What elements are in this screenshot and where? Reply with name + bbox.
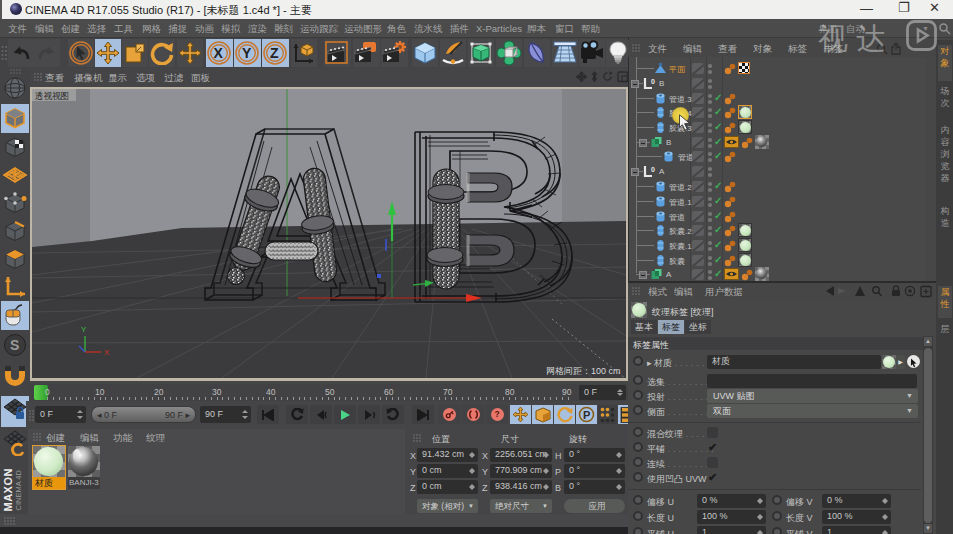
svg-text:Z: Z xyxy=(270,45,279,61)
svg-text:0: 0 xyxy=(651,166,655,173)
svg-text:Y: Y xyxy=(81,325,87,334)
svg-text:X: X xyxy=(214,45,224,61)
svg-text:?: ? xyxy=(494,409,499,419)
svg-text:X: X xyxy=(104,348,110,357)
svg-text:0: 0 xyxy=(651,78,655,85)
svg-text:P: P xyxy=(583,409,590,421)
svg-text:S: S xyxy=(10,337,19,353)
svg-text:透视视图: 透视视图 xyxy=(35,91,69,101)
svg-text:Y: Y xyxy=(242,45,252,61)
svg-text:网格间距：100 cm: 网格间距：100 cm xyxy=(546,366,621,376)
